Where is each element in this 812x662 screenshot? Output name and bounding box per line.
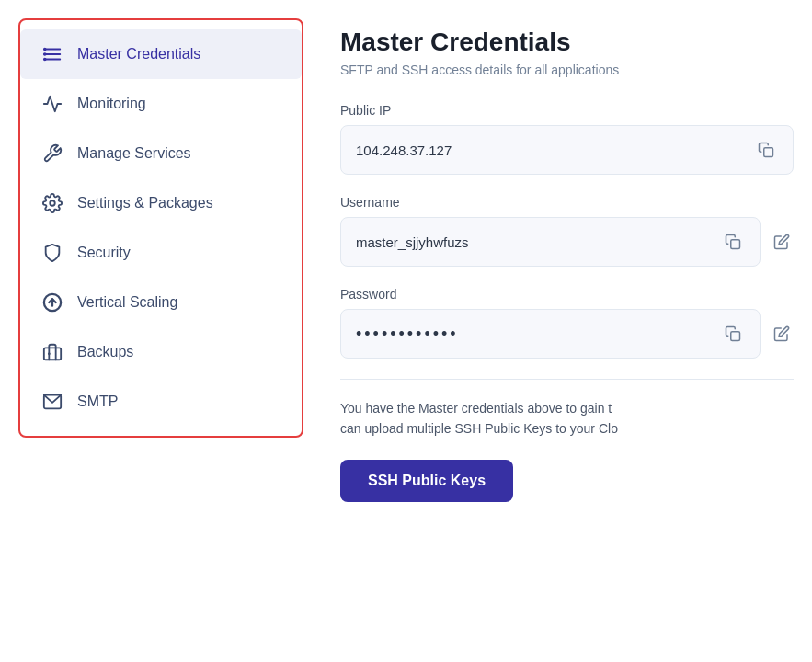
info-text: You have the Master credentials above to…	[340, 398, 794, 439]
sidebar-item-label: Monitoring	[77, 96, 146, 112]
password-value: ••••••••••••	[356, 325, 459, 344]
page-subtitle: SFTP and SSH access details for all appl…	[340, 63, 794, 77]
svg-rect-9	[44, 348, 61, 360]
svg-point-3	[44, 49, 46, 51]
copy-public-ip-button[interactable]	[754, 138, 778, 162]
sidebar-item-label: Vertical Scaling	[77, 294, 177, 311]
sidebar-item-security[interactable]: Security	[20, 228, 302, 278]
sidebar-item-backups[interactable]: Backups	[20, 327, 302, 377]
public-ip-box: 104.248.37.127	[340, 125, 794, 175]
sidebar: Master Credentials Monitoring Manage Ser…	[18, 18, 303, 438]
svg-point-4	[44, 53, 46, 55]
mail-icon	[40, 390, 64, 414]
username-row: master_sjjyhwfuzs	[340, 217, 794, 267]
sidebar-item-manage-services[interactable]: Manage Services	[20, 129, 302, 178]
ssh-public-keys-button[interactable]: SSH Public Keys	[340, 460, 513, 502]
shield-icon	[40, 241, 64, 265]
chart-icon	[40, 92, 64, 116]
sidebar-item-vertical-scaling[interactable]: Vertical Scaling	[20, 278, 302, 327]
sidebar-item-monitoring[interactable]: Monitoring	[20, 79, 302, 129]
main-content: Master Credentials SFTP and SSH access d…	[340, 18, 794, 644]
username-section: Username master_sjjyhwfuzs	[340, 195, 794, 267]
username-value: master_sjjyhwfuzs	[356, 234, 469, 250]
sidebar-item-label: Backups	[77, 344, 133, 360]
sidebar-item-label: Master Credentials	[77, 46, 200, 63]
page-title: Master Credentials	[340, 28, 794, 57]
sidebar-item-master-credentials[interactable]: Master Credentials	[20, 29, 302, 79]
sidebar-item-smtp[interactable]: SMTP	[20, 377, 302, 427]
edit-password-button[interactable]	[770, 322, 794, 346]
public-ip-value: 104.248.37.127	[356, 143, 452, 158]
wrench-icon	[40, 142, 64, 166]
sidebar-item-settings-packages[interactable]: Settings & Packages	[20, 178, 302, 228]
password-row: ••••••••••••	[340, 309, 794, 359]
password-section: Password ••••••••••••	[340, 287, 794, 359]
public-ip-label: Public IP	[340, 103, 794, 118]
public-ip-section: Public IP 104.248.37.127	[340, 103, 794, 175]
svg-point-6	[50, 200, 55, 206]
menu-icon	[40, 42, 64, 66]
username-label: Username	[340, 195, 794, 210]
password-label: Password	[340, 287, 794, 302]
arrow-up-icon	[40, 291, 64, 314]
sidebar-item-label: Settings & Packages	[77, 195, 213, 211]
username-box: master_sjjyhwfuzs	[340, 217, 761, 267]
copy-username-button[interactable]	[721, 230, 745, 254]
svg-rect-14	[731, 332, 740, 341]
section-divider	[340, 379, 794, 380]
svg-rect-12	[764, 148, 773, 157]
svg-rect-13	[731, 240, 740, 249]
sidebar-item-label: Manage Services	[77, 145, 191, 162]
public-ip-row: 104.248.37.127	[340, 125, 794, 175]
backups-icon	[40, 340, 64, 364]
svg-point-5	[44, 59, 46, 61]
svg-point-10	[48, 352, 51, 355]
password-box: ••••••••••••	[340, 309, 761, 359]
sidebar-item-label: SMTP	[77, 394, 118, 410]
settings-icon	[40, 191, 64, 215]
edit-username-button[interactable]	[770, 230, 794, 254]
copy-password-button[interactable]	[721, 322, 745, 346]
sidebar-item-label: Security	[77, 245, 131, 261]
